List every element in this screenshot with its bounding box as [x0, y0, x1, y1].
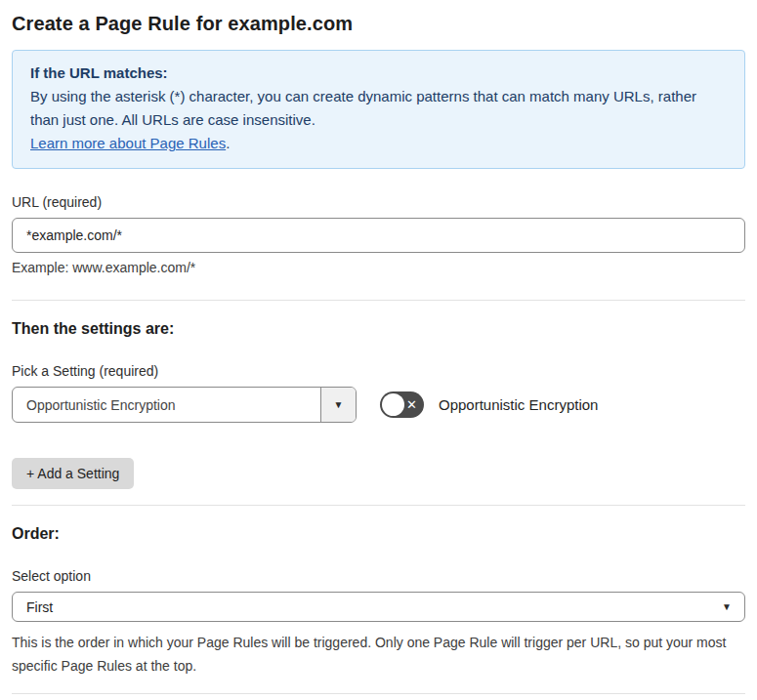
url-example-helper: Example: www.example.com/* — [12, 260, 745, 275]
chevron-down-icon: ▼ — [722, 602, 732, 612]
order-select-value: First — [26, 599, 53, 615]
order-select-label: Select option — [12, 568, 745, 584]
divider — [12, 693, 745, 694]
page-rule-form: Create a Page Rule for example.com If th… — [0, 13, 757, 700]
url-input[interactable] — [12, 218, 745, 253]
toggle-label: Opportunistic Encryption — [439, 396, 598, 413]
toggle-off-x-icon: ✕ — [406, 398, 417, 411]
info-box-body: By using the asterisk (*) character, you… — [30, 85, 727, 132]
add-setting-button[interactable]: + Add a Setting — [12, 458, 134, 489]
toggle-knob — [382, 393, 404, 416]
settings-section-heading: Then the settings are: — [12, 320, 745, 338]
pick-setting-label: Pick a Setting (required) — [12, 363, 745, 379]
divider — [12, 505, 745, 506]
setting-select[interactable]: Opportunistic Encryption ▼ — [12, 387, 357, 423]
setting-select-button[interactable]: ▼ — [320, 388, 356, 422]
info-box-heading: If the URL matches: — [30, 62, 727, 85]
divider — [12, 300, 745, 301]
learn-more-link[interactable]: Learn more about Page Rules — [30, 135, 226, 151]
order-select[interactable]: First ▼ — [12, 592, 745, 622]
opportunistic-encryption-toggle[interactable]: ✕ — [380, 391, 424, 418]
link-suffix: . — [226, 135, 230, 151]
order-helper-text: This is the order in which your Page Rul… — [12, 631, 745, 678]
page-title: Create a Page Rule for example.com — [12, 13, 745, 35]
setting-select-value: Opportunistic Encryption — [13, 388, 320, 422]
info-box-link-line: Learn more about Page Rules. — [30, 132, 727, 155]
chevron-down-icon: ▼ — [334, 400, 344, 410]
url-matches-info-box: If the URL matches: By using the asteris… — [12, 50, 745, 169]
setting-row: Opportunistic Encryption ▼ ✕ Opportunist… — [12, 387, 745, 423]
order-section-heading: Order: — [12, 525, 745, 543]
url-field-label: URL (required) — [12, 194, 745, 210]
